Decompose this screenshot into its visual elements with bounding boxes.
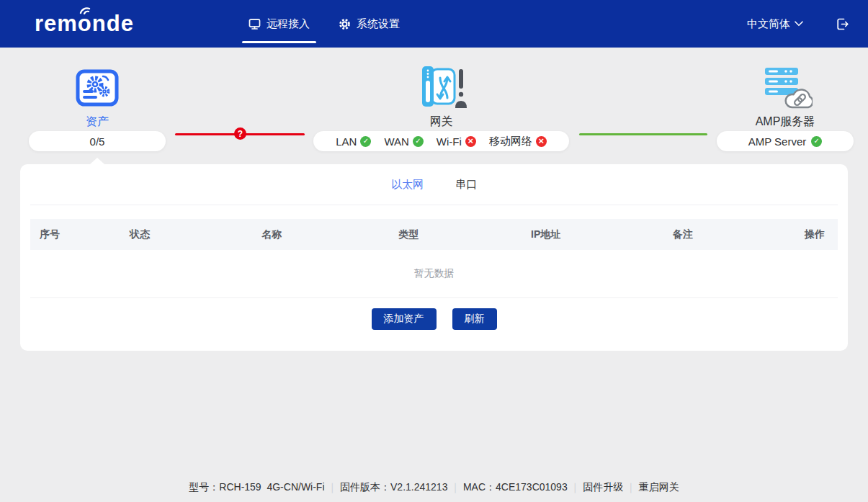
model-label: 型号： <box>189 481 219 493</box>
restart-gateway-link[interactable]: 重启网关 <box>639 481 679 493</box>
model-value: RCH-159 4G-CN/Wi-Fi <box>219 481 324 493</box>
nav-tab-system-settings[interactable]: 系统设置 <box>339 0 400 48</box>
panel-actions: 添加资产 刷新 <box>30 308 838 330</box>
logo-signal-icon <box>78 6 97 14</box>
gateway-icon[interactable] <box>413 62 470 111</box>
footer-separator: ｜ <box>450 481 460 493</box>
logo-text: remonde <box>35 11 134 36</box>
link-error-question-icon[interactable]: ? <box>234 127 246 140</box>
tab-serial[interactable]: 串口 <box>455 178 477 192</box>
gateway-label: 网关 <box>430 114 453 130</box>
check-icon <box>811 136 822 147</box>
interface-wan: WAN <box>384 135 423 148</box>
check-icon <box>360 136 371 147</box>
column-header-remark: 备注 <box>614 228 751 241</box>
column-header-type: 类型 <box>340 228 477 241</box>
cross-icon <box>465 136 476 147</box>
assets-panel: 以太网 串口 序号 状态 名称 类型 IP地址 备注 操作 暂无数据 添加资产 … <box>20 164 848 351</box>
table-header-row: 序号 状态 名称 类型 IP地址 备注 操作 <box>30 219 838 250</box>
interface-lan: LAN <box>336 135 371 148</box>
tab-ethernet[interactable]: 以太网 <box>391 178 424 192</box>
amp-server-label: AMP服务器 <box>756 114 815 130</box>
link-gateway-amp <box>579 133 707 135</box>
firmware-upgrade-link[interactable]: 固件升级 <box>583 481 623 493</box>
column-header-actions: 操作 <box>751 228 838 241</box>
navbar-right: 中文简体 <box>747 0 850 48</box>
chevron-down-icon <box>795 21 803 27</box>
interface-name: 移动网络 <box>489 135 532 148</box>
interface-name: Wi-Fi <box>437 135 462 148</box>
main-nav: 远程接入 系统设置 <box>249 0 400 48</box>
interface-name: WAN <box>384 135 408 148</box>
assets-label: 资产 <box>86 114 109 130</box>
refresh-button[interactable]: 刷新 <box>452 308 497 330</box>
column-header-status: 状态 <box>95 228 203 241</box>
interface-wifi: Wi-Fi <box>437 135 476 148</box>
cross-icon <box>536 136 547 147</box>
language-label: 中文简体 <box>747 17 790 31</box>
footer: 型号：RCH-159 4G-CN/Wi-Fi ｜ 固件版本：V2.1.24121… <box>0 481 868 494</box>
footer-separator: ｜ <box>327 481 337 493</box>
amp-server-icon[interactable] <box>758 62 813 111</box>
mac-label: MAC： <box>463 481 496 493</box>
brand-logo: remonde <box>35 0 134 48</box>
monitor-icon <box>249 18 261 30</box>
topology-section: 资产 0/5 ? 网关 LAN <box>0 48 868 163</box>
column-header-name: 名称 <box>203 228 340 241</box>
amp-server-status-pill: AMP Server <box>717 131 854 151</box>
topology-node-gateway: 网关 LAN WAN Wi-Fi 移动网络 <box>313 48 569 151</box>
check-icon <box>413 136 424 147</box>
footer-separator: ｜ <box>626 481 636 493</box>
topology-node-assets: 资产 0/5 <box>29 48 166 151</box>
topology-node-amp-server: AMP服务器 AMP Server <box>717 48 854 151</box>
nav-tab-label: 系统设置 <box>357 17 400 31</box>
interface-cellular: 移动网络 <box>489 135 547 148</box>
nav-tab-remote-access[interactable]: 远程接入 <box>249 0 310 48</box>
top-navbar: remonde 远程接入 系统设置 中文简体 <box>0 0 868 48</box>
gear-icon <box>339 18 351 30</box>
add-asset-button[interactable]: 添加资产 <box>372 308 437 330</box>
column-header-index: 序号 <box>30 228 95 241</box>
logout-button[interactable] <box>835 17 850 32</box>
gateway-status-pill: LAN WAN Wi-Fi 移动网络 <box>313 131 569 151</box>
empty-state-text: 暂无数据 <box>30 250 838 298</box>
mac-value: 4CE173C01093 <box>496 481 568 493</box>
nav-tab-label: 远程接入 <box>267 17 310 31</box>
language-selector[interactable]: 中文简体 <box>747 17 803 31</box>
interface-name: LAN <box>336 135 357 148</box>
logout-icon <box>835 17 850 32</box>
amp-server-status-text: AMP Server <box>748 135 807 148</box>
firmware-label: 固件版本： <box>340 481 390 493</box>
firmware-value: V2.1.241213 <box>390 481 447 493</box>
panel-tabs: 以太网 串口 <box>30 164 838 205</box>
column-header-ip: IP地址 <box>478 228 614 241</box>
assets-count-pill: 0/5 <box>29 131 166 151</box>
assets-icon[interactable] <box>74 62 120 111</box>
footer-separator: ｜ <box>571 481 581 493</box>
